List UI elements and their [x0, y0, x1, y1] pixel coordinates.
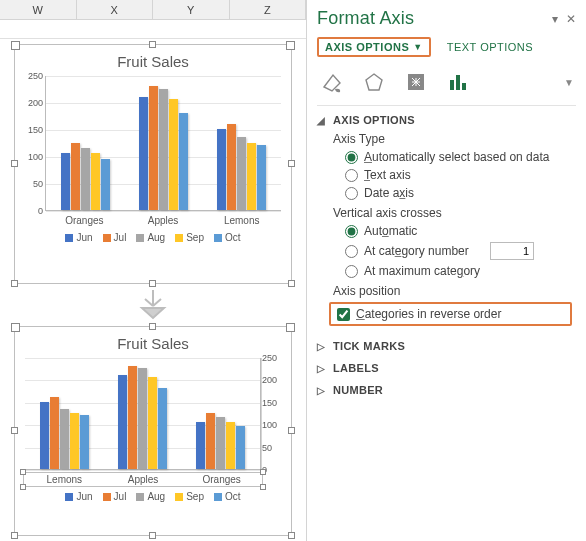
tab-axis-options[interactable]: AXIS OPTIONS ▼ — [317, 37, 431, 57]
bar[interactable] — [70, 413, 79, 469]
fill-line-icon[interactable] — [319, 69, 345, 95]
radio-auto[interactable]: Automatically select based on data — [345, 150, 576, 164]
svg-rect-3 — [456, 75, 460, 90]
radio-date-axis[interactable]: Date axis — [345, 186, 576, 200]
bar[interactable] — [169, 99, 178, 210]
radio-vac-atcat[interactable]: At category number — [345, 242, 576, 260]
icon-row-overflow[interactable]: ▼ — [564, 77, 574, 88]
bar[interactable] — [227, 124, 236, 210]
col-W[interactable]: W — [0, 0, 77, 19]
legend-item[interactable]: Oct — [214, 491, 241, 502]
axis-type-label: Axis Type — [333, 132, 576, 146]
checkbox-reverse-order[interactable]: Categories in reverse order — [329, 302, 572, 326]
chart-title: Fruit Sales — [15, 45, 291, 72]
legend: JunJulAugSepOct — [15, 491, 291, 502]
chart-top[interactable]: Fruit SalesOrangesApplesLemonsJunJulAugS… — [14, 44, 292, 284]
legend-item[interactable]: Sep — [175, 491, 204, 502]
legend: JunJulAugSepOct — [15, 232, 291, 243]
caret-down-icon: ◢ — [317, 115, 327, 126]
col-X[interactable]: X — [77, 0, 154, 19]
bar[interactable] — [128, 366, 137, 469]
bar[interactable] — [61, 153, 70, 210]
bar[interactable] — [50, 397, 59, 469]
bar[interactable] — [159, 89, 168, 211]
arrow-down-icon — [138, 290, 168, 320]
radio-vac-auto[interactable]: Automatic — [345, 224, 576, 238]
radio-text-axis[interactable]: Text axis — [345, 168, 576, 182]
bar[interactable] — [71, 143, 80, 211]
section-labels[interactable]: ▷LABELS — [317, 362, 576, 374]
bar[interactable] — [139, 97, 148, 210]
legend-item[interactable]: Aug — [136, 491, 165, 502]
section-axis-options[interactable]: ◢ AXIS OPTIONS — [317, 114, 576, 126]
bar[interactable] — [216, 417, 225, 469]
legend-item[interactable]: Jun — [65, 232, 92, 243]
legend-item[interactable]: Jul — [103, 491, 127, 502]
bar[interactable] — [118, 375, 127, 469]
bar[interactable] — [60, 409, 69, 469]
bar[interactable] — [257, 145, 266, 210]
y-axis: 050100150200250 — [19, 76, 43, 211]
size-properties-icon[interactable] — [403, 69, 429, 95]
legend-item[interactable]: Jul — [103, 232, 127, 243]
column-headers: W X Y Z — [0, 0, 306, 20]
vac-label: Vertical axis crosses — [333, 206, 576, 220]
bar[interactable] — [101, 159, 110, 210]
pane-title: Format Axis — [317, 8, 552, 29]
svg-rect-4 — [462, 83, 466, 90]
caret-right-icon: ▷ — [317, 363, 327, 374]
col-Y[interactable]: Y — [153, 0, 230, 19]
format-axis-pane: Format Axis ▾ ✕ AXIS OPTIONS ▼ TEXT OPTI… — [306, 0, 586, 541]
axis-options-icon[interactable] — [445, 69, 471, 95]
bar[interactable] — [236, 426, 245, 469]
bar[interactable] — [80, 415, 89, 469]
category-label: Apples — [124, 215, 203, 226]
chart-bottom[interactable]: Fruit SalesLemonsApplesOrangesJunJulAugS… — [14, 326, 292, 536]
gridline — [0, 38, 306, 39]
category-label: Oranges — [45, 215, 124, 226]
legend-item[interactable]: Oct — [214, 232, 241, 243]
pane-menu-icon[interactable]: ▾ — [552, 12, 558, 26]
y-axis: 050100150200250 — [261, 358, 285, 470]
bar[interactable] — [206, 413, 215, 469]
bar[interactable] — [149, 86, 158, 210]
bar[interactable] — [237, 137, 246, 210]
svg-rect-2 — [450, 80, 454, 90]
chart-title: Fruit Sales — [15, 327, 291, 354]
legend-item[interactable]: Sep — [175, 232, 204, 243]
legend-item[interactable]: Jun — [65, 491, 92, 502]
bar[interactable] — [217, 129, 226, 210]
bar[interactable] — [226, 422, 235, 469]
vac-number-input[interactable] — [490, 242, 534, 260]
svg-marker-0 — [366, 74, 382, 90]
tab-text-options[interactable]: TEXT OPTIONS — [447, 41, 533, 53]
pane-close-icon[interactable]: ✕ — [566, 12, 576, 26]
category-axis-selection[interactable] — [23, 472, 263, 487]
legend-item[interactable]: Aug — [136, 232, 165, 243]
bar[interactable] — [148, 377, 157, 469]
bar[interactable] — [179, 113, 188, 210]
caret-right-icon: ▷ — [317, 385, 327, 396]
category-label: Lemons — [202, 215, 281, 226]
bar[interactable] — [196, 422, 205, 469]
section-tick-marks[interactable]: ▷TICK MARKS — [317, 340, 576, 352]
section-number[interactable]: ▷NUMBER — [317, 384, 576, 396]
axis-position-label: Axis position — [333, 284, 576, 298]
bar[interactable] — [81, 148, 90, 210]
bar[interactable] — [158, 388, 167, 469]
bar[interactable] — [247, 143, 256, 211]
bar[interactable] — [138, 368, 147, 469]
caret-right-icon: ▷ — [317, 341, 327, 352]
bar[interactable] — [40, 402, 49, 469]
chevron-down-icon: ▼ — [413, 42, 422, 52]
bar[interactable] — [91, 153, 100, 210]
col-Z[interactable]: Z — [230, 0, 307, 19]
radio-vac-atmax[interactable]: At maximum category — [345, 264, 576, 278]
effects-icon[interactable] — [361, 69, 387, 95]
